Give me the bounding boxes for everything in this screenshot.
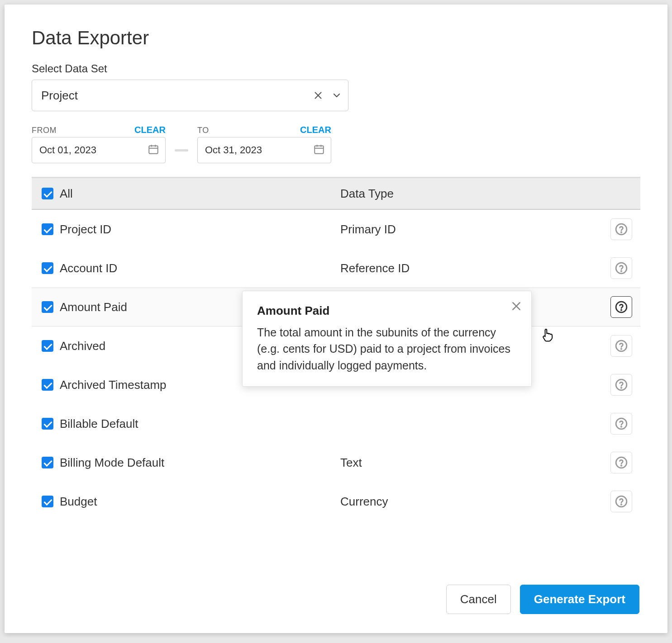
dataset-select-input[interactable] xyxy=(32,80,348,111)
field-tooltip: Amount Paid The total amount in the subu… xyxy=(242,291,532,387)
svg-point-37 xyxy=(621,504,622,505)
dataset-select[interactable] xyxy=(32,80,348,111)
field-name: Billing Mode Default xyxy=(60,456,340,470)
calendar-icon[interactable] xyxy=(148,143,159,157)
field-checkbox[interactable] xyxy=(42,496,53,507)
field-help-icon[interactable] xyxy=(610,374,632,396)
field-help-icon[interactable] xyxy=(610,335,632,357)
field-type: Primary ID xyxy=(340,222,605,236)
field-row: BudgetCurrency xyxy=(32,482,640,521)
svg-point-23 xyxy=(621,232,622,233)
svg-point-35 xyxy=(621,465,622,466)
field-help-icon[interactable] xyxy=(610,296,632,318)
field-name: Project ID xyxy=(60,222,340,236)
field-type: Currency xyxy=(340,495,605,509)
field-checkbox[interactable] xyxy=(42,301,53,313)
column-all-label: All xyxy=(60,187,340,201)
field-row: Billing Mode DefaultText xyxy=(32,443,640,482)
svg-point-31 xyxy=(621,388,622,388)
cancel-button[interactable]: Cancel xyxy=(446,585,511,614)
field-checkbox[interactable] xyxy=(42,379,53,391)
data-exporter-modal: Data Exporter Select Data Set FROM CLEAR xyxy=(5,5,667,633)
from-clear-link[interactable]: CLEAR xyxy=(134,125,166,135)
dataset-label: Select Data Set xyxy=(32,62,640,75)
select-all-checkbox[interactable] xyxy=(42,188,53,199)
from-label: FROM xyxy=(32,126,57,135)
tooltip-title: Amount Paid xyxy=(257,304,517,318)
field-row: Budget UsedInteger xyxy=(32,521,640,526)
field-help-icon[interactable] xyxy=(610,452,632,473)
to-date-input[interactable] xyxy=(197,137,331,163)
field-checkbox[interactable] xyxy=(42,340,53,352)
field-type: Text xyxy=(340,456,605,470)
field-checkbox[interactable] xyxy=(42,262,53,274)
fields-table-header: All Data Type xyxy=(32,178,640,210)
svg-rect-12 xyxy=(315,146,324,153)
date-range-separator xyxy=(175,149,188,151)
tooltip-body: The total amount in the subunits of the … xyxy=(257,324,517,374)
field-row: Project IDPrimary ID xyxy=(32,210,640,249)
field-name: Billable Default xyxy=(60,417,340,431)
field-row: Billable Default xyxy=(32,404,640,443)
field-checkbox[interactable] xyxy=(42,418,53,430)
calendar-icon[interactable] xyxy=(313,143,325,157)
tooltip-close-icon[interactable] xyxy=(510,300,522,313)
svg-point-33 xyxy=(621,426,622,427)
field-help-icon[interactable] xyxy=(610,491,632,512)
from-date-input[interactable] xyxy=(32,137,166,163)
field-help-icon[interactable] xyxy=(610,218,632,240)
svg-point-25 xyxy=(621,271,622,272)
field-help-icon[interactable] xyxy=(610,413,632,435)
field-type: Reference ID xyxy=(340,261,605,275)
modal-title: Data Exporter xyxy=(32,27,640,49)
to-clear-link[interactable]: CLEAR xyxy=(300,125,331,135)
svg-point-29 xyxy=(621,349,622,350)
field-row: Account IDReference ID xyxy=(32,249,640,288)
generate-export-button[interactable]: Generate Export xyxy=(520,585,639,614)
field-name: Budget xyxy=(60,495,340,509)
svg-rect-2 xyxy=(149,146,158,153)
field-help-icon[interactable] xyxy=(610,257,632,279)
field-checkbox[interactable] xyxy=(42,457,53,468)
column-data-type-label: Data Type xyxy=(340,187,605,201)
field-checkbox[interactable] xyxy=(42,223,53,235)
svg-point-27 xyxy=(621,310,622,311)
field-name: Account ID xyxy=(60,261,340,275)
to-label: TO xyxy=(197,126,209,135)
dataset-clear-icon[interactable] xyxy=(313,90,323,100)
dataset-chevron-down-icon[interactable] xyxy=(331,90,342,101)
